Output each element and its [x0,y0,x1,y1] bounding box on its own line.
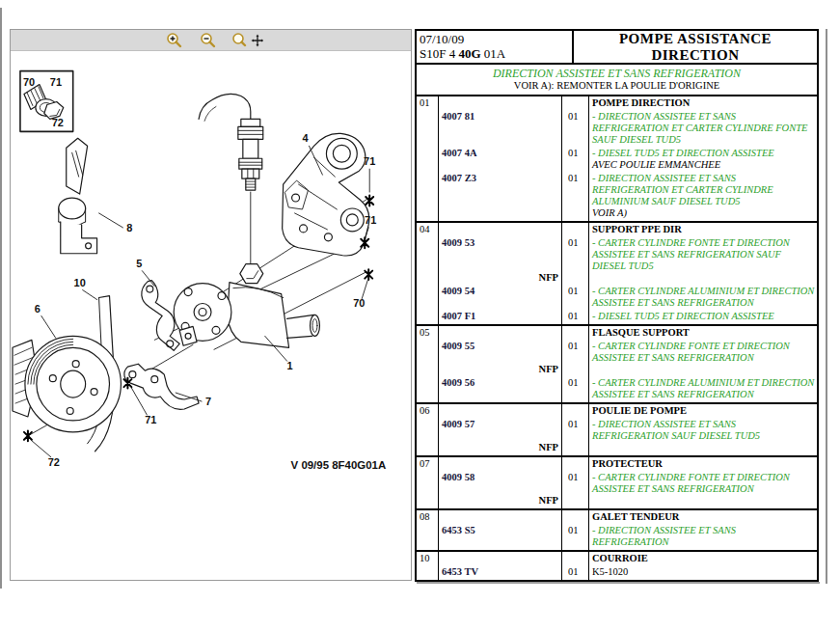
description-cell: POULIE DE POMPE [588,405,817,417]
quantity-cell [561,442,588,453]
item-number-cell [417,311,438,322]
callout-70: 70 [353,297,365,309]
quantity-cell: 01 [561,237,588,272]
quantity-cell: 01 [561,377,588,400]
table-row-item-06[interactable]: 06POULIE DE POMPE4009 5701- DIRECTION AS… [417,404,817,457]
document-code-cell: 07/10/09 S10F 4 40G 01A [417,31,574,63]
quantity-cell: 01 [561,341,588,364]
table-row-item-01[interactable]: 01POMPE DIRECTION4007 8101- DIRECTION AS… [417,96,817,223]
item-number-cell [417,566,438,578]
item-number-cell: 08 [417,511,438,523]
item-number-cell [417,525,438,548]
item-number-cell [417,237,438,272]
table-row-item-04[interactable]: 04SUPPORT PPE DIR4009 5301- CARTER CYLIN… [417,223,817,326]
table-subtitle: DIRECTION ASSISTEE ET SANS REFRIGERATION… [417,65,817,96]
quantity-cell [561,207,588,219]
description-cell: SUPPORT PPE DIR [588,224,817,235]
parts-table-panel: 07/10/09 S10F 4 40G 01A POMPE ASSISTANCE… [415,29,819,582]
table-line: 4009 5501- CARTER CYLINDRE FONTE ET DIRE… [417,341,817,364]
window-frame-right [826,29,827,584]
panel-bottom-shadow [417,582,820,584]
item-number-cell [417,272,438,284]
description-cell: COURROIE [588,553,817,564]
zoom-pan-icon[interactable] [230,32,263,49]
part-reference [438,458,561,470]
table-line: AVEC POULIE EMMANCHEE [417,159,817,171]
subtitle-note: VOIR A): REMONTER LA POULIE D'ORIGINE [417,80,817,92]
quantity-cell: 01 [561,173,588,207]
column-divider [588,96,589,221]
table-row-item-05[interactable]: 05FLASQUE SUPPORT4009 5501- CARTER CYLIN… [417,326,817,404]
table-line: 4009 5401- CARTER CYLINDRE ALUMINIUM ET … [417,286,817,309]
quantity-cell: 01 [561,472,588,495]
zoom-in-icon[interactable] [163,32,186,49]
item-number-cell: 10 [417,553,438,564]
nfp-flag: NFP [438,442,561,453]
table-line: 6453 TV01K5-1020 [417,566,817,578]
quantity-cell [561,327,588,339]
callout-72: 72 [48,456,60,468]
part-reference [438,159,561,171]
callout-6: 6 [35,303,41,315]
part-reference: 4007 4A [438,148,561,159]
column-divider [561,510,562,550]
part-reference: 4009 55 [438,341,561,364]
quantity-cell [561,495,588,507]
column-divider [588,552,589,582]
table-line: 10COURROIE [417,553,817,564]
item-number-cell [417,111,438,146]
item-number-cell [417,442,438,453]
diagram-toolbar [11,30,411,51]
description-cell: VOIR A) [588,207,817,219]
part-reference [438,207,561,219]
hose-fitting [199,94,263,190]
subtitle-condition: DIRECTION ASSISTEE ET SANS REFRIGERATION [417,67,817,80]
callout-4: 4 [302,132,309,144]
callout-7: 7 [205,396,211,407]
table-row-item-10[interactable]: 10COURROIE6453 TV01K5-1020- DIRECTION AS… [417,552,817,582]
nfp-flag: NFP [438,364,561,375]
table-line: NFP [417,442,817,453]
quantity-cell: 01 [561,419,588,442]
table-line: 4009 5301- CARTER CYLINDRE FONTE ET DIRE… [417,237,817,272]
quantity-cell [561,364,588,375]
column-divider [561,96,562,221]
item-number-cell: 06 [417,405,438,417]
description-cell: - DIESEL TUD5 ET DIRECTION ASSISTEE [588,311,817,322]
description-cell: - CARTER CYLINDRE FONTE ET DIRECTION ASS… [588,237,817,272]
table-line: 6453 S501- DIRECTION ASSISTEE ET SANS RE… [417,525,817,548]
quantity-cell [561,553,588,564]
description-cell: - CARTER CYLINDRE FONTE ET DIRECTION ASS… [588,341,817,364]
diagram-caption: V 09/95 8F40G01A [291,459,387,471]
part-reference: 4009 56 [438,377,561,400]
table-row-item-07[interactable]: 07PROTECTEUR4009 5801- CARTER CYLINDRE F… [417,457,817,510]
callout-70: 70 [23,76,35,88]
description-cell: FLASQUE SUPPORT [588,327,817,339]
column-divider [438,404,439,455]
quantity-cell [561,272,588,284]
quantity-cell: 01 [561,148,588,159]
table-header: 07/10/09 S10F 4 40G 01A POMPE ASSISTANCE… [417,31,817,65]
part-reference [438,405,561,417]
description-cell: - DIRECTION ASSISTEE ET SANS REFRIGERATI… [588,419,817,442]
description-cell: GALET TENDEUR [588,511,817,523]
column-divider [561,223,562,324]
part-reference [438,511,561,523]
description-cell: - DIRECTION ASSISTEE ET SANS REFRIGERATI… [588,111,817,146]
column-divider [561,326,562,402]
nfp-flag: NFP [438,495,561,507]
column-divider [561,404,562,455]
quantity-cell [561,159,588,171]
zoom-out-icon[interactable] [197,32,220,49]
quantity-cell: 01 [561,566,588,578]
description-cell: - CARTER CYLINDRE FONTE ET DIRECTION ASS… [588,472,817,495]
column-divider [588,457,589,508]
table-row-item-08[interactable]: 08GALET TENDEUR6453 S501- DIRECTION ASSI… [417,510,817,552]
item-number-cell [417,341,438,364]
part-reference [438,224,561,235]
parts-catalog-page: { "header": { "date": "07/10/09", "code_… [0,0,840,630]
part-reference [438,553,561,564]
table-line: NFP [417,364,817,375]
column-divider [438,510,439,550]
quantity-cell [561,97,588,109]
